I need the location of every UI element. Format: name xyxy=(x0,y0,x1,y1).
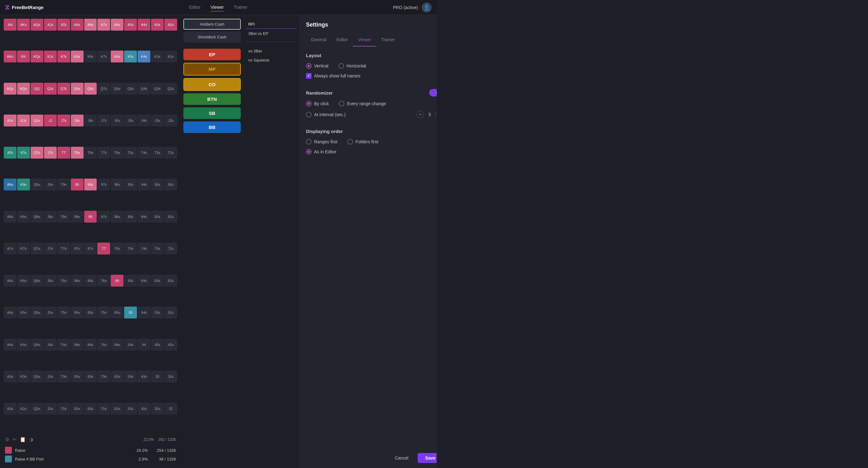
hand-cell-KK[interactable]: KK xyxy=(17,51,30,62)
hand-cell-42s[interactable]: 42s xyxy=(164,339,177,351)
hand-cell-T3s[interactable]: T3s xyxy=(151,147,164,158)
hand-cell-K4o[interactable]: K4o xyxy=(17,339,30,351)
hand-cell-AQs[interactable]: AQs xyxy=(31,19,43,31)
hand-cell-62o[interactable]: 62o xyxy=(111,403,124,415)
hand-cell-82o[interactable]: 82o xyxy=(84,403,97,415)
hand-cell-64s[interactable]: 64s xyxy=(137,275,150,287)
cancel-button[interactable]: Cancel xyxy=(389,453,415,463)
hand-cell-43s[interactable]: 43s xyxy=(151,339,164,351)
hand-cell-QTo[interactable]: QTo xyxy=(31,147,43,158)
hand-cell-T7o[interactable]: T7o xyxy=(57,242,70,255)
tab-viewer[interactable]: Viewer xyxy=(353,33,376,47)
hand-cell-33[interactable]: 33 xyxy=(151,371,164,382)
hand-cell-53s[interactable]: 53s xyxy=(151,306,164,318)
hand-cell-TT[interactable]: TT xyxy=(57,147,70,158)
hand-cell-84o[interactable]: 84o xyxy=(84,339,97,351)
interval-decrease[interactable]: − xyxy=(417,111,424,118)
hand-cell-QTs[interactable]: QTs xyxy=(57,83,70,95)
hand-cell-Q2s[interactable]: Q2s xyxy=(164,83,177,95)
tab-editor[interactable]: Editor xyxy=(332,33,353,47)
hand-cell-A7o[interactable]: A7o xyxy=(4,242,17,255)
hand-cell-99[interactable]: 99 xyxy=(71,179,84,191)
hand-cell-72s[interactable]: 72s xyxy=(164,242,177,255)
hand-cell-98s[interactable]: 98s xyxy=(84,179,97,191)
hand-cell-J8o[interactable]: J8o xyxy=(44,211,57,223)
hand-cell-A5s[interactable]: A5s xyxy=(124,19,137,31)
hand-cell-K4s[interactable]: K4s xyxy=(137,51,150,62)
hand-cell-AJs[interactable]: AJs xyxy=(44,19,57,31)
hand-cell-96o[interactable]: 96o xyxy=(71,275,84,287)
hand-cell-52o[interactable]: 52o xyxy=(124,403,137,415)
nav-viewer[interactable]: Viewer xyxy=(211,3,224,11)
hand-cell-J3s[interactable]: J3s xyxy=(151,115,164,126)
hand-cell-K9s[interactable]: K9s xyxy=(71,51,84,62)
hand-cell-76s[interactable]: 76s xyxy=(111,242,124,255)
scenario-vs-3bet[interactable]: vs 3Bet xyxy=(246,47,297,55)
hand-cell-K7o[interactable]: K7o xyxy=(17,242,30,255)
hand-cell-Q9o[interactable]: Q9o xyxy=(31,179,43,191)
hand-cell-T6o[interactable]: T6o xyxy=(57,275,70,287)
hand-cell-J4s[interactable]: J4s xyxy=(137,115,150,126)
interval-radio-item[interactable]: At interval (sec.) xyxy=(306,112,346,117)
hand-cell-43o[interactable]: 43o xyxy=(137,371,150,382)
hand-cell-QQ[interactable]: QQ xyxy=(31,83,43,95)
hand-cell-J9s[interactable]: J9s xyxy=(71,115,84,126)
always-show-full-names-checkbox[interactable]: Always show full names xyxy=(306,73,437,79)
hand-cell-J6s[interactable]: J6s xyxy=(111,115,124,126)
hand-cell-93s[interactable]: 93s xyxy=(151,179,164,191)
hand-cell-93o[interactable]: 93o xyxy=(71,371,84,382)
hand-cell-K9o[interactable]: K9o xyxy=(17,179,30,191)
layout-horizontal[interactable]: Horizontal xyxy=(338,63,366,69)
hand-cell-65s[interactable]: 65s xyxy=(124,275,137,287)
hand-cell-K8o[interactable]: K8o xyxy=(17,211,30,223)
hand-cell-86o[interactable]: 86o xyxy=(84,275,97,287)
hand-cell-32o[interactable]: 32o xyxy=(151,403,164,415)
hand-cell-T8s[interactable]: T8s xyxy=(84,147,97,158)
save-button[interactable]: Save xyxy=(417,453,437,463)
hand-cell-Q2o[interactable]: Q2o xyxy=(31,403,43,415)
hand-cell-KJo[interactable]: KJo xyxy=(17,115,30,126)
hand-cell-52s[interactable]: 52s xyxy=(164,306,177,318)
hand-cell-Q8s[interactable]: Q8s xyxy=(84,83,97,95)
hand-cell-54s[interactable]: 54s xyxy=(137,306,150,318)
hand-cell-A8s[interactable]: A8s xyxy=(84,19,97,31)
hand-cell-K6s[interactable]: K6s xyxy=(111,51,124,62)
hand-cell-A4o[interactable]: A4o xyxy=(4,339,17,351)
hand-cell-J5s[interactable]: J5s xyxy=(124,115,137,126)
hand-cell-A2o[interactable]: A2o xyxy=(4,403,17,415)
hand-cell-K8s[interactable]: K8s xyxy=(84,51,97,62)
settings-close-button[interactable]: ✕ xyxy=(436,20,437,29)
hand-cell-JTo[interactable]: JTo xyxy=(44,147,57,158)
hand-cell-T7s[interactable]: T7s xyxy=(97,147,110,158)
hand-cell-J3o[interactable]: J3o xyxy=(44,371,57,382)
hand-cell-Q7s[interactable]: Q7s xyxy=(97,83,110,95)
hand-cell-84s[interactable]: 84s xyxy=(137,211,150,223)
position-sb[interactable]: SB xyxy=(183,108,241,119)
scenario-vs-squeeze[interactable]: vs Squeeze xyxy=(246,56,297,64)
hand-cell-J7o[interactable]: J7o xyxy=(44,242,57,255)
hand-cell-QJo[interactable]: QJo xyxy=(31,115,43,126)
hand-cell-A3s[interactable]: A3s xyxy=(151,19,164,31)
randomizer-every-range[interactable]: Every range change xyxy=(339,101,386,107)
hand-cell-94s[interactable]: 94s xyxy=(137,179,150,191)
hand-cell-T2s[interactable]: T2s xyxy=(164,147,177,158)
hand-cell-A8o[interactable]: A8o xyxy=(4,211,17,223)
randomizer-by-click[interactable]: By click xyxy=(306,101,329,107)
hand-cell-66[interactable]: 66 xyxy=(111,275,124,287)
holdem-cash-button[interactable]: Holdem Cash xyxy=(183,19,241,30)
hand-cell-JJ[interactable]: JJ xyxy=(44,115,57,126)
nav-trainer[interactable]: Trainer xyxy=(234,3,247,11)
interval-increase[interactable]: + xyxy=(435,111,437,118)
position-btn[interactable]: BTN xyxy=(183,93,241,105)
hand-cell-AJo[interactable]: AJo xyxy=(4,115,17,126)
nav-editor[interactable]: Editor xyxy=(189,3,200,11)
hand-cell-63o[interactable]: 63o xyxy=(111,371,124,382)
hand-cell-Q4s[interactable]: Q4s xyxy=(137,83,150,95)
hand-cell-Q5s[interactable]: Q5s xyxy=(124,83,137,95)
avatar[interactable]: 👤 xyxy=(422,2,432,12)
hand-cell-KTo[interactable]: KTo xyxy=(17,147,30,158)
hand-cell-T8o[interactable]: T8o xyxy=(57,211,70,223)
hand-cell-A7s[interactable]: A7s xyxy=(97,19,110,31)
as-in-editor-option[interactable]: As in Editor xyxy=(306,149,337,154)
tab-trainer[interactable]: Trainer xyxy=(376,33,400,47)
